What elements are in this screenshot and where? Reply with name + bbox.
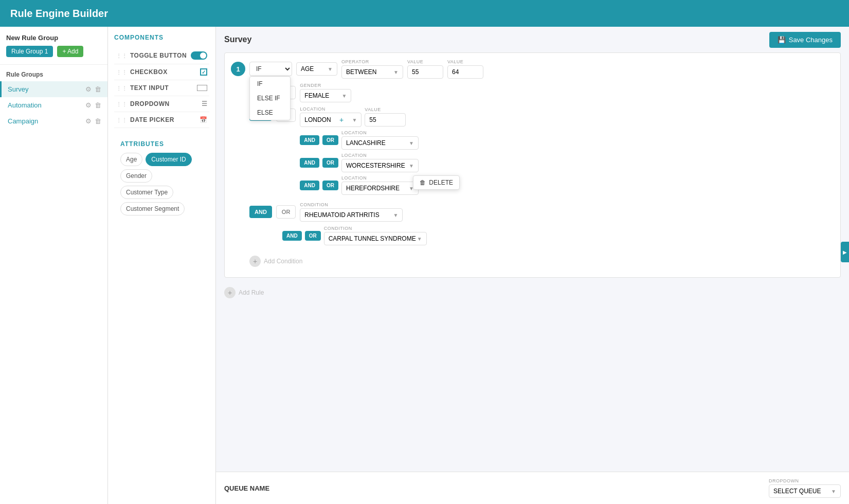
- textinput-icon: [197, 85, 207, 91]
- and-sub-1[interactable]: AND: [300, 135, 319, 145]
- and-sub-2[interactable]: AND: [300, 158, 319, 168]
- delete-icon-campaign[interactable]: 🗑: [95, 117, 101, 125]
- sub-location-row-1: AND OR LOCATION LANCASHIRE ▼: [300, 130, 419, 150]
- attr-customer-id[interactable]: Customer ID: [146, 153, 191, 166]
- sub-location-3-select[interactable]: HEREFORDSHIRE ▼: [341, 182, 419, 195]
- settings-icon-campaign[interactable]: ⚙: [85, 117, 92, 125]
- attributes-title: ATTRIBUTES: [120, 140, 203, 148]
- delete-icon-automation[interactable]: 🗑: [95, 101, 101, 109]
- component-datepicker-label: DATE PICKER: [130, 116, 174, 123]
- rule-groups-label: Rule Groups: [0, 65, 107, 81]
- components-panel: COMPONENTS ⋮⋮ TOGGLE BUTTON ⋮⋮ CHECKBOX …: [108, 27, 216, 504]
- sidebar-item-survey[interactable]: Survey ⚙ 🗑: [0, 81, 107, 97]
- attr-customer-type[interactable]: Customer Type: [120, 186, 173, 199]
- sub-location-3: LOCATION HEREFORDSHIRE ▼: [341, 175, 419, 195]
- add-condition-circle: +: [249, 256, 261, 267]
- sub-location-2: LOCATION WORCESTERSHIRE ▼: [341, 153, 419, 172]
- delete-popup[interactable]: 🗑 DELETE: [413, 175, 460, 190]
- add-condition-button[interactable]: + Add Condition: [249, 251, 834, 271]
- location-arrow-icon: ▼: [352, 117, 357, 123]
- sub-location-1-value: LANCASHIRE: [346, 139, 386, 147]
- sidebar-item-campaign[interactable]: Campaign ⚙ 🗑: [0, 113, 107, 129]
- gender-select[interactable]: FEMALE ▼: [300, 89, 351, 102]
- or-sub-2[interactable]: OR: [322, 158, 338, 168]
- or-sub-cond[interactable]: OR: [305, 231, 321, 241]
- value2-field: VALUE: [447, 59, 483, 79]
- and-button-3[interactable]: AND: [249, 206, 272, 218]
- age-arrow-icon: ▼: [328, 66, 333, 72]
- location-select[interactable]: LONDON + ▼: [300, 113, 362, 127]
- attribute-tags: Age Customer ID Gender Customer Type Cus…: [120, 153, 203, 215]
- operator-arrow-icon: ▼: [393, 69, 399, 75]
- gender-arrow-icon: ▼: [341, 93, 347, 99]
- sub-cond-arrow: ▼: [417, 236, 422, 242]
- add-button[interactable]: + Add: [57, 46, 83, 57]
- rule-number: 1: [231, 62, 245, 76]
- queue-name-label: QUEUE NAME: [224, 484, 269, 492]
- if-option-else[interactable]: ELSE: [250, 105, 290, 120]
- condition1-select[interactable]: RHEUMATOID ARTHRITIS ▼: [300, 208, 403, 222]
- operator-field: OPERATOR BETWEEN ▼: [341, 59, 403, 79]
- operator-select[interactable]: BETWEEN ▼: [341, 65, 403, 79]
- component-checkbox[interactable]: ⋮⋮ CHECKBOX ✓: [114, 64, 209, 80]
- location-value-field: VALUE: [365, 107, 406, 127]
- add-rule-button[interactable]: + Add Rule: [224, 283, 841, 302]
- sub-location-2-select[interactable]: WORCESTERSHIRE ▼: [341, 159, 419, 172]
- new-rule-group-label: New Rule Group: [6, 34, 101, 42]
- location-value-input[interactable]: [365, 113, 406, 127]
- or-button-3[interactable]: OR: [276, 205, 296, 219]
- queue-section: QUEUE NAME DROPDOWN SELECT QUEUE ▼: [216, 472, 849, 504]
- component-text-input[interactable]: ⋮⋮ TEXT INPUT: [114, 80, 209, 96]
- drag-handle-datepicker: ⋮⋮: [116, 117, 127, 123]
- if-option-if[interactable]: IF: [250, 77, 290, 91]
- rule-row-1: 1 IF ELSE IF ELSE IF ELSE IF ELSE: [231, 59, 834, 79]
- settings-icon-survey[interactable]: ⚙: [85, 85, 92, 93]
- rule-group-icons-campaign: ⚙ 🗑: [85, 117, 101, 125]
- value1-field: VALUE: [407, 59, 443, 79]
- queue-dropdown-section: DROPDOWN SELECT QUEUE ▼: [769, 478, 841, 498]
- add-rule-circle: +: [224, 287, 236, 298]
- attr-age[interactable]: Age: [120, 153, 142, 166]
- and-sub-cond[interactable]: AND: [282, 231, 302, 241]
- component-dropdown[interactable]: ⋮⋮ DROPDOWN ☰: [114, 96, 209, 112]
- sidebar-item-automation[interactable]: Automation ⚙ 🗑: [0, 97, 107, 113]
- queue-select[interactable]: SELECT QUEUE ▼: [769, 484, 841, 498]
- value2-input[interactable]: [447, 65, 483, 79]
- age-value: AGE: [301, 65, 314, 73]
- rule-row-4: AND OR CONDITION RHEUMATOID ARTHRITIS ▼: [249, 202, 834, 222]
- sub-location-2-value: WORCESTERSHIRE: [346, 162, 405, 169]
- rule-group-tag[interactable]: Rule Group 1: [6, 46, 53, 57]
- rule-group-row: Rule Group 1 + Add: [6, 46, 101, 57]
- sub-location-1-label: LOCATION: [341, 130, 419, 135]
- location-value-label: VALUE: [365, 107, 406, 112]
- condition1-field: CONDITION RHEUMATOID ARTHRITIS ▼: [300, 202, 403, 222]
- save-changes-button[interactable]: 💾 Save Changes: [769, 32, 841, 48]
- if-dropdown-popup: IF ELSE IF ELSE: [249, 76, 291, 120]
- rule-row-3: AND OR LOCATION LONDON + ▼: [249, 106, 834, 198]
- calendar-icon: 📅: [200, 116, 208, 123]
- sub-condition-select[interactable]: CARPAL TUNNEL SYNDROME ▼: [324, 232, 427, 245]
- or-sub-3[interactable]: OR: [322, 181, 338, 190]
- settings-icon-automation[interactable]: ⚙: [85, 101, 92, 109]
- right-tab[interactable]: ▶: [841, 242, 849, 262]
- new-rule-group-section: New Rule Group Rule Group 1 + Add: [0, 27, 107, 65]
- and-sub-3[interactable]: AND: [300, 181, 319, 190]
- attr-gender[interactable]: Gender: [120, 169, 152, 183]
- operator-value: BETWEEN: [346, 68, 376, 76]
- gender-label: GENDER: [300, 83, 351, 88]
- if-select[interactable]: IF ELSE IF ELSE: [249, 62, 292, 76]
- attr-customer-segment[interactable]: Customer Segment: [120, 202, 185, 215]
- save-icon: 💾: [778, 36, 786, 44]
- component-date-picker[interactable]: ⋮⋮ DATE PICKER 📅: [114, 112, 209, 128]
- component-toggle-button[interactable]: ⋮⋮ TOGGLE BUTTON: [114, 47, 209, 64]
- or-sub-1[interactable]: OR: [322, 135, 338, 145]
- attributes-section: ATTRIBUTES Age Customer ID Gender Custom…: [114, 133, 209, 223]
- age-select[interactable]: AGE ▼: [296, 62, 337, 76]
- delete-icon-survey[interactable]: 🗑: [95, 85, 101, 93]
- component-toggle-label: TOGGLE BUTTON: [130, 52, 187, 59]
- survey-title: Survey: [224, 35, 841, 44]
- sub-location-1-select[interactable]: LANCASHIRE ▼: [341, 136, 419, 150]
- if-option-else-if[interactable]: ELSE IF: [250, 91, 290, 105]
- value1-input[interactable]: [407, 65, 443, 79]
- sub-loc-1-arrow: ▼: [409, 140, 414, 146]
